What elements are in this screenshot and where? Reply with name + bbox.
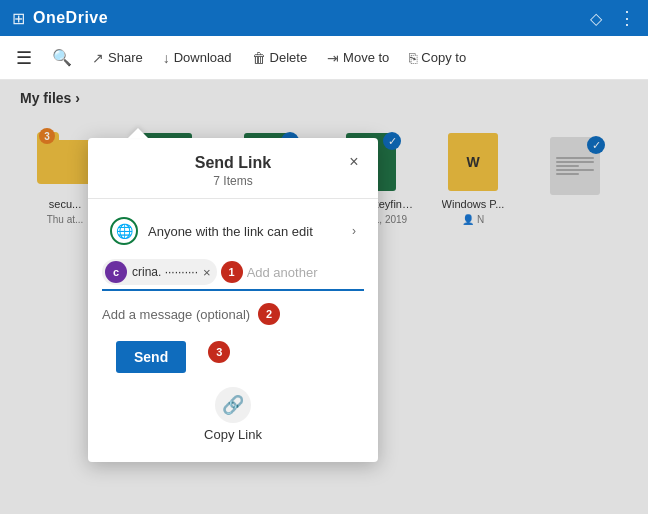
recipient-avatar: c xyxy=(105,261,127,283)
titlebar: ⊞ OneDrive ◇ ⋮ xyxy=(0,0,648,36)
permission-row[interactable]: 🌐 Anyone with the link can edit › xyxy=(96,209,370,253)
delete-button[interactable]: 🗑 Delete xyxy=(244,45,316,71)
dialog-header: Send Link 7 Items × xyxy=(88,138,378,198)
step-3-badge: 3 xyxy=(208,341,230,363)
share-button[interactable]: ↗ Share xyxy=(84,45,151,71)
message-label: Add a message (optional) xyxy=(102,307,250,322)
copy-link-button[interactable]: 🔗 Copy Link xyxy=(204,387,262,442)
step-2-badge: 2 xyxy=(258,303,280,325)
recipient-chip: c crina. ·········· × xyxy=(102,259,217,285)
toolbar: ☰ 🔍 ↗ Share ↓ Download 🗑 Delete ⇥ Move t… xyxy=(0,36,648,80)
dialog-subtitle: 7 Items xyxy=(213,174,252,188)
dialog-close-button[interactable]: × xyxy=(342,150,366,174)
share-icon: ↗ xyxy=(92,50,104,66)
more-options-icon[interactable]: ⋮ xyxy=(618,7,636,29)
search-button[interactable]: 🔍 xyxy=(44,43,80,72)
permission-text: Anyone with the link can edit xyxy=(148,224,342,239)
copy-link-label: Copy Link xyxy=(204,427,262,442)
add-another-input[interactable] xyxy=(247,265,364,280)
chevron-right-icon: › xyxy=(352,224,356,238)
send-link-dialog: Send Link 7 Items × 🌐 Anyone with the li… xyxy=(88,138,378,462)
dialog-caret xyxy=(128,128,148,138)
download-button[interactable]: ↓ Download xyxy=(155,45,240,71)
send-label: Send xyxy=(134,349,168,365)
hamburger-button[interactable]: ☰ xyxy=(8,42,40,74)
message-row[interactable]: Add a message (optional) 2 xyxy=(88,297,378,331)
link-icon: 🔗 xyxy=(215,387,251,423)
recipient-remove-button[interactable]: × xyxy=(203,266,211,279)
globe-icon: 🌐 xyxy=(110,217,138,245)
recipients-area[interactable]: c crina. ·········· × 1 xyxy=(102,259,364,291)
grid-icon: ⊞ xyxy=(12,9,25,28)
content-area: My files › 3 secu... Thu at... X Shell F… xyxy=(0,80,648,514)
app-title: OneDrive xyxy=(33,9,108,27)
move-icon: ⇥ xyxy=(327,50,339,66)
download-icon: ↓ xyxy=(163,50,170,66)
dialog-title: Send Link xyxy=(195,154,271,172)
dialog-divider xyxy=(88,198,378,199)
send-button[interactable]: Send xyxy=(116,341,186,373)
copy-to-button[interactable]: ⎘ Copy to xyxy=(401,45,474,71)
step-1-badge: 1 xyxy=(221,261,243,283)
trash-icon: 🗑 xyxy=(252,50,266,66)
move-to-button[interactable]: ⇥ Move to xyxy=(319,45,397,71)
recipient-name: crina. ·········· xyxy=(132,265,198,279)
copy-icon: ⎘ xyxy=(409,50,417,66)
copy-link-section: 🔗 Copy Link xyxy=(88,387,378,442)
diamond-icon: ◇ xyxy=(590,9,602,28)
